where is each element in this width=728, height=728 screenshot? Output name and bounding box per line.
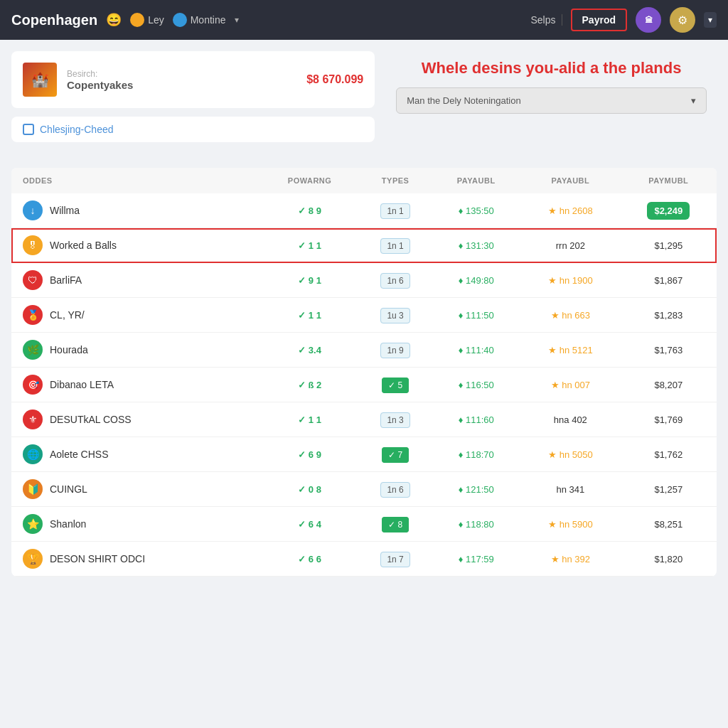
paymubl-cell: $8,251 [621, 507, 717, 542]
payaubl2-cell: ★ hn 1900 [520, 263, 620, 298]
types-value: 1n 7 [380, 552, 410, 567]
club-name: Copentyakes [67, 79, 296, 91]
team-badge-icon: 🏆 [23, 549, 43, 569]
table-row[interactable]: 🎯 Dibanao LETA ✓ ß 2✓ 5♦ 116:50★ hn 007$… [11, 368, 717, 402]
payaubl1-value: ♦ 121:50 [459, 484, 494, 495]
dropdown-label: Man the Dely Noteningation [407, 95, 520, 106]
paymubl-cell: $8,207 [621, 368, 717, 402]
paymubl-value: $8,207 [654, 380, 682, 390]
payaubl1-value: ♦ 135:50 [459, 205, 494, 216]
selps-label: Selps [525, 14, 562, 26]
types-cell: ✓ 8 [359, 507, 432, 542]
checkbox-input[interactable] [23, 124, 34, 135]
payaubl1-cell: ♦ 131:30 [432, 228, 520, 263]
table-row[interactable]: ⚜ DESUTkAL COSS ✓ 1 11n 3♦ 111:60hna 402… [11, 402, 717, 437]
team-name: Willma [50, 205, 80, 216]
payaubl1-cell: ♦ 121:50 [432, 472, 520, 507]
table-row[interactable]: 🏅 CL, YR/ ✓ 1 11u 3♦ 111:50★ hn 663$1,28… [11, 298, 717, 333]
payaubl1-value: ♦ 149:80 [459, 275, 494, 286]
table-row[interactable]: 🔰 CUINGL ✓ 0 81n 6♦ 121:50hn 341$1,257 [11, 472, 717, 507]
nav-dropdown-arrow[interactable]: ▾ [235, 15, 239, 25]
nav-ley[interactable]: Ley [130, 13, 164, 27]
team-cell: 🎖 Worked a Balls [11, 228, 260, 263]
table-row[interactable]: ⭐ Shanlon ✓ 6 4✓ 8♦ 118:80★ hn 5900$8,25… [11, 507, 717, 542]
payaubl2-value: ★ hn 5900 [548, 519, 593, 530]
table-row[interactable]: ↓ Willma ✓ 8 91n 1♦ 135:50★ hn 2608$2,24… [11, 193, 717, 228]
types-cell: ✓ 5 [359, 368, 432, 402]
avatar-secondary[interactable]: ⚙ [670, 7, 695, 33]
payaubl2-cell: ★ hn 007 [520, 368, 620, 402]
powarng-value: ✓ 1 1 [298, 414, 321, 425]
types-cell: 1n 1 [359, 228, 432, 263]
team-badge-icon: 🏅 [23, 305, 43, 325]
powarng-cell: ✓ 6 6 [260, 542, 359, 577]
types-value: 1n 1 [380, 203, 410, 219]
avatar-primary[interactable]: 🏛 [636, 7, 661, 33]
team-name: CL, YR/ [50, 309, 85, 321]
paymubl-cell: $1,867 [621, 263, 717, 298]
payaubl1-cell: ♦ 118:80 [432, 507, 520, 542]
powarng-cell: ✓ 1 1 [260, 298, 359, 333]
team-badge-icon: 🔰 [23, 479, 43, 499]
table-row[interactable]: 🎖 Worked a Balls ✓ 1 11n 1♦ 131:30rrn 20… [11, 228, 717, 263]
powarng-value: ✓ ß 2 [298, 380, 321, 390]
paymubl-cell: $1,820 [621, 542, 717, 577]
left-column: 🏰 Besirch: Copentyakes $8 670.099 Chlesj… [11, 51, 375, 154]
payaubl2-value: ★ hn 5050 [548, 449, 593, 460]
title-emoji: 😄 [106, 12, 122, 28]
types-cell: 1n 6 [359, 263, 432, 298]
powarng-value: ✓ 8 9 [298, 205, 321, 216]
payaubl2-value: ★ hn 2608 [548, 205, 593, 216]
payaubl1-value: ♦ 111:40 [459, 345, 494, 355]
types-cell: 1n 1 [359, 193, 432, 228]
header-chevron-icon[interactable]: ▾ [704, 12, 717, 28]
powarng-value: ✓ 9 1 [298, 275, 321, 286]
team-badge-icon: 🎖 [23, 235, 43, 255]
nav-montine[interactable]: Montine [173, 13, 226, 27]
team-name: BarliFA [50, 274, 82, 286]
payaubl1-cell: ♦ 111:60 [432, 402, 520, 437]
payaubl2-cell: ★ hn 2608 [520, 193, 620, 228]
payaubl2-value: hn 341 [556, 484, 584, 495]
powarng-cell: ✓ 6 4 [260, 507, 359, 542]
paymubl-cell: $1,257 [621, 472, 717, 507]
ley-icon [130, 13, 144, 27]
types-value: 1n 9 [380, 343, 410, 358]
table-row[interactable]: 🌿 Hourada ✓ 3.41n 9♦ 111:40★ hn 5121$1,7… [11, 333, 717, 368]
nav-montine-label: Montine [191, 14, 226, 26]
team-badge-icon: 🛡 [23, 270, 43, 290]
payaubl2-cell: ★ hn 5900 [520, 507, 620, 542]
col-payaubl2: PAYAUBL [520, 168, 620, 193]
dropdown-selector[interactable]: Man the Dely Noteningation ▾ [396, 87, 707, 114]
team-badge-icon: 🎯 [23, 375, 43, 395]
powarng-value: ✓ 1 1 [298, 240, 321, 251]
paymubl-cell: $1,763 [621, 333, 717, 368]
table-row[interactable]: 🏆 DESON SHIRT ODCI ✓ 6 61n 7♦ 117:59★ hn… [11, 542, 717, 577]
team-name: Worked a Balls [50, 240, 117, 251]
payaubl1-value: ♦ 131:30 [459, 240, 494, 251]
paymubl-value: $2,249 [647, 202, 690, 220]
payaubl1-value: ♦ 111:60 [459, 414, 494, 425]
types-cell: ✓ 7 [359, 437, 432, 472]
powarng-cell: ✓ 1 1 [260, 402, 359, 437]
payaubl1-value: ♦ 111:50 [459, 310, 494, 321]
table-row[interactable]: 🛡 BarliFA ✓ 9 11n 6♦ 149:80★ hn 1900$1,8… [11, 263, 717, 298]
payaubl1-cell: ♦ 116:50 [432, 368, 520, 402]
table-row[interactable]: 🌐 Aolete CHSS ✓ 6 9✓ 7♦ 118:70★ hn 5050$… [11, 437, 717, 472]
types-value: ✓ 8 [382, 517, 409, 532]
main-area: 🏰 Besirch: Copentyakes $8 670.099 Chlesj… [0, 40, 728, 165]
team-name: DESON SHIRT ODCI [50, 553, 145, 564]
annotation-text: Whele desins you-alid a the plands [422, 58, 682, 79]
payrod-button[interactable]: Payrod [571, 9, 627, 31]
payaubl1-cell: ♦ 111:50 [432, 298, 520, 333]
payaubl1-cell: ♦ 117:59 [432, 542, 520, 577]
annotation-box: Whele desins you-alid a the plands Man t… [386, 51, 717, 121]
powarng-value: ✓ 3.4 [298, 345, 321, 355]
paymubl-value: $1,769 [654, 414, 682, 425]
types-cell: 1u 3 [359, 298, 432, 333]
checkbox-row[interactable]: Chlesjing-Cheed [11, 117, 375, 142]
paymubl-cell: $1,295 [621, 228, 717, 263]
powarng-cell: ✓ 0 8 [260, 472, 359, 507]
payaubl2-value: ★ hn 007 [551, 380, 590, 390]
team-cell: ⚜ DESUTkAL COSS [11, 402, 260, 437]
